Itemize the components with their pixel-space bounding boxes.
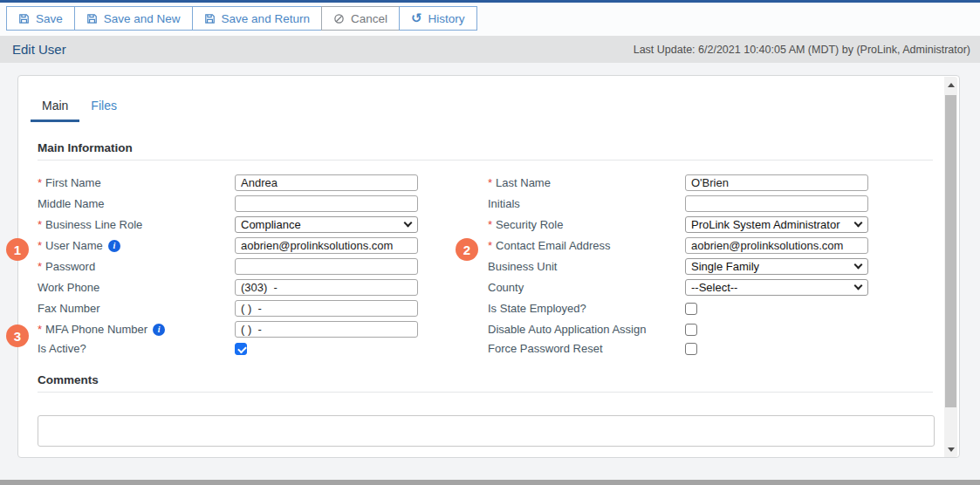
field-label-initials: Initials	[488, 197, 685, 211]
selected-value: Compliance	[241, 218, 301, 231]
field-control-initials	[685, 195, 914, 212]
user-name-input[interactable]	[235, 237, 418, 254]
middle-name-input[interactable]	[235, 195, 418, 212]
field-control-middle-name	[235, 195, 488, 212]
business-line-role-select[interactable]: Compliance	[235, 216, 418, 233]
required-asterisk: *	[38, 323, 42, 337]
page-header: Edit User Last Update: 6/2/2021 10:40:05…	[0, 36, 980, 63]
triangle-down-icon	[948, 447, 955, 452]
work-phone-input[interactable]	[235, 279, 418, 296]
save-button[interactable]: Save	[6, 6, 75, 31]
field-control-county: --Select--	[685, 279, 914, 296]
field-label-text: Disable Auto Application Assign	[488, 323, 646, 337]
selected-value: ProLink System Administrator	[691, 218, 840, 231]
chevron-down-icon	[854, 282, 863, 290]
initials-input[interactable]	[685, 195, 868, 212]
scrollbar-up-arrow[interactable]	[944, 77, 957, 92]
edit-user-card: Main Files Main Information *First Name*…	[17, 75, 960, 458]
field-label-text: Security Role	[496, 218, 563, 232]
field-control-last-name	[685, 174, 914, 191]
field-control-user-name	[235, 237, 488, 254]
field-label-mfa-phone-number: *MFA Phone Numberi	[38, 323, 235, 337]
vertical-scrollbar[interactable]	[944, 77, 957, 457]
comments-textarea[interactable]	[38, 415, 935, 447]
cancel-button-label: Cancel	[351, 12, 387, 25]
tab-main[interactable]: Main	[31, 93, 79, 122]
required-asterisk: *	[488, 218, 492, 232]
contact-email-address-input[interactable]	[685, 237, 868, 254]
cancel-button[interactable]: Cancel	[321, 6, 400, 31]
info-icon[interactable]: i	[108, 240, 120, 252]
info-icon[interactable]: i	[153, 324, 165, 336]
field-control-disable-auto-application-assign	[685, 324, 914, 336]
field-label-last-name: *Last Name	[488, 176, 685, 190]
mfa-phone-number-input[interactable]	[235, 321, 418, 338]
field-label-text: User Name	[45, 239, 103, 253]
field-label-is-active: Is Active?	[38, 342, 235, 356]
selected-value: Single Family	[691, 260, 759, 273]
field-label-text: MFA Phone Number	[45, 323, 147, 337]
save-and-return-button-label: Save and Return	[222, 12, 310, 25]
field-label-text: Initials	[488, 197, 520, 211]
county-select[interactable]: --Select--	[685, 279, 868, 296]
toolbar: Save Save and New Save and Return	[0, 3, 980, 36]
is-state-employed-checkbox[interactable]	[685, 303, 697, 315]
cancel-icon	[333, 13, 345, 24]
field-label-disable-auto-application-assign: Disable Auto Application Assign	[488, 323, 685, 337]
field-label-work-phone: Work Phone	[38, 281, 235, 295]
field-label-business-unit: Business Unit	[488, 260, 685, 274]
field-control-fax-number	[235, 300, 488, 317]
callout-1: 1	[6, 238, 29, 261]
history-button[interactable]: ↺ History	[399, 6, 477, 31]
field-label-security-role: *Security Role	[488, 218, 685, 232]
field-label-county: County	[488, 281, 685, 295]
save-button-label: Save	[36, 12, 63, 25]
field-label-text: Fax Number	[38, 302, 100, 316]
field-label-password: *Password	[38, 260, 235, 274]
scrollbar-down-arrow[interactable]	[944, 441, 957, 457]
callout-2: 2	[456, 238, 478, 261]
field-control-force-password-reset	[685, 343, 914, 355]
password-input[interactable]	[235, 258, 418, 275]
field-label-contact-email-address: *Contact Email Address	[488, 239, 685, 253]
divider	[38, 392, 933, 393]
required-asterisk: *	[38, 260, 42, 274]
is-active-checkbox[interactable]	[235, 343, 247, 355]
field-label-middle-name: Middle Name	[38, 197, 235, 211]
tab-files[interactable]: Files	[79, 93, 128, 122]
field-control-contact-email-address	[685, 237, 914, 254]
horizontal-scrollbar[interactable]	[0, 480, 980, 485]
fax-number-input[interactable]	[235, 300, 418, 317]
field-label-text: Force Password Reset	[488, 342, 603, 356]
field-label-text: Business Unit	[488, 260, 557, 274]
history-button-label: History	[428, 12, 465, 25]
first-name-input[interactable]	[235, 174, 418, 191]
divider	[38, 160, 933, 161]
chevron-down-icon	[854, 219, 863, 228]
last-update-text: Last Update: 6/2/2021 10:40:05 AM (MDT) …	[634, 44, 970, 56]
force-password-reset-checkbox[interactable]	[685, 343, 697, 355]
field-control-business-line-role: Compliance	[235, 216, 488, 233]
scrollbar-thumb[interactable]	[945, 95, 956, 407]
field-control-security-role: ProLink System Administrator	[685, 216, 914, 233]
field-control-first-name	[235, 174, 488, 191]
security-role-select[interactable]: ProLink System Administrator	[685, 216, 868, 233]
field-label-text: First Name	[45, 176, 101, 190]
save-icon	[204, 13, 216, 24]
chevron-down-icon	[854, 261, 863, 270]
tab-bar: Main Files	[31, 93, 933, 122]
required-asterisk: *	[38, 239, 42, 253]
field-control-password	[235, 258, 488, 275]
save-and-return-button[interactable]: Save and Return	[192, 6, 322, 31]
field-label-text: Last Name	[496, 176, 551, 190]
required-asterisk: *	[488, 176, 492, 190]
save-and-new-button[interactable]: Save and New	[74, 6, 193, 31]
user-form: *First Name*Last NameMiddle NameInitials…	[38, 174, 933, 356]
business-unit-select[interactable]: Single Family	[685, 258, 868, 275]
field-control-mfa-phone-number	[235, 321, 488, 338]
field-control-is-state-employed	[685, 303, 914, 315]
disable-auto-application-assign-checkbox[interactable]	[685, 324, 697, 336]
save-and-new-button-label: Save and New	[104, 12, 181, 25]
last-name-input[interactable]	[685, 174, 868, 191]
history-icon: ↺	[411, 12, 422, 25]
